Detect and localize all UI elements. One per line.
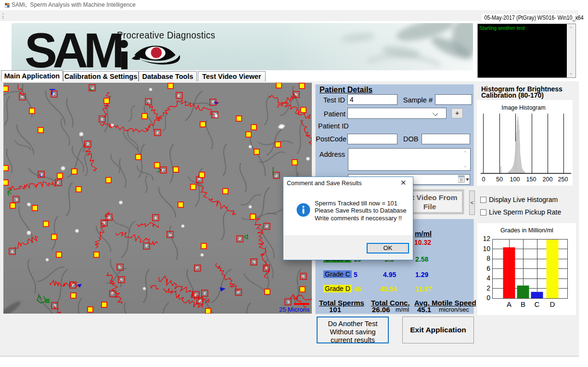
svg-text:150: 150 — [526, 176, 537, 183]
svg-text:D: D — [550, 300, 555, 308]
svg-text:A: A — [507, 300, 511, 308]
svg-text:250: 250 — [558, 176, 568, 183]
svg-text:8: 8 — [486, 254, 490, 262]
svg-text:12: 12 — [483, 235, 490, 242]
svg-text:0: 0 — [482, 176, 486, 183]
svg-text:6: 6 — [486, 265, 490, 272]
svg-text:B: B — [521, 300, 525, 308]
svg-text:4: 4 — [486, 274, 490, 282]
svg-text:C: C — [535, 300, 540, 308]
svg-text:25 Microns: 25 Microns — [279, 306, 310, 313]
svg-text:Grades in Million/ml: Grades in Million/ml — [500, 227, 553, 234]
svg-text:10: 10 — [483, 245, 490, 253]
svg-text:100: 100 — [510, 176, 520, 183]
svg-text:200: 200 — [543, 176, 553, 183]
svg-text:50: 50 — [496, 176, 503, 183]
svg-text:Image Histogram: Image Histogram — [501, 104, 545, 111]
svg-text:0: 0 — [486, 294, 490, 302]
svg-text:2: 2 — [486, 284, 490, 292]
